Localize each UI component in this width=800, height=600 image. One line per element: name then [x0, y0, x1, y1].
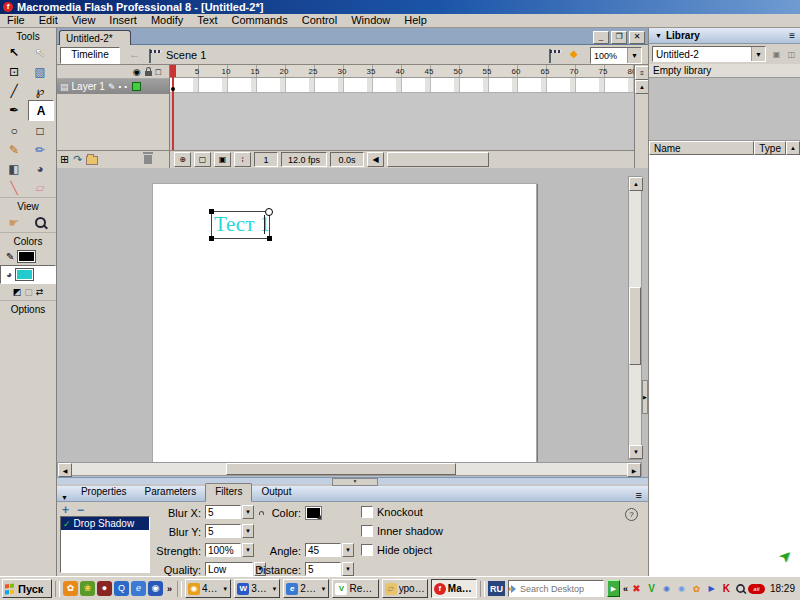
picture-viewer-icon[interactable]: ❀ — [80, 581, 95, 596]
sort-order-icon[interactable]: ▲ — [786, 141, 800, 155]
layer-frames-row[interactable] — [170, 78, 634, 93]
language-indicator[interactable]: RU — [488, 581, 505, 596]
angle-stepper[interactable]: ▼ — [342, 543, 354, 557]
center-frame-button[interactable]: ⊕ — [174, 152, 191, 167]
stroke-color-control[interactable]: ✎ — [0, 248, 56, 265]
pin-library-icon[interactable]: ▣ — [770, 47, 783, 61]
menu-file[interactable]: File — [0, 14, 32, 27]
messenger-tray-icon-2[interactable]: ◉ — [675, 582, 688, 595]
group-dropdown-icon[interactable]: ▼ — [321, 586, 327, 592]
stage-text-selection[interactable]: Тест 1 — [211, 211, 270, 239]
desktop-search-box[interactable] — [508, 580, 604, 597]
media-player-icon[interactable]: ◉ — [148, 581, 163, 596]
menu-view[interactable]: View — [65, 14, 103, 27]
timeline-ruler[interactable]: 5 10 15 20 25 30 35 40 45 50 55 60 65 70… — [170, 65, 634, 78]
stage-scroll-right-button[interactable]: ▶ — [627, 463, 641, 477]
handle-bottom-right[interactable] — [267, 236, 272, 241]
handle-top-right-circle[interactable] — [265, 208, 273, 216]
strength-input[interactable] — [205, 543, 241, 557]
icq-tray-icon[interactable]: ✿ — [690, 582, 703, 595]
ati-tray-icon[interactable]: ati — [748, 584, 765, 594]
tab-parameters[interactable]: Parameters — [136, 484, 206, 501]
frame-view-menu-icon[interactable]: ≡ — [635, 66, 649, 80]
layer-name[interactable]: Layer 1 — [72, 81, 105, 92]
onion-skin-button[interactable]: ▢ — [194, 152, 211, 167]
frame-rate-display[interactable]: 12.0 fps — [281, 152, 327, 167]
zoom-tool[interactable] — [28, 213, 52, 232]
taskbar-button-group-1[interactable]: ◉ 4 Micr... ▼ — [185, 579, 231, 598]
menu-help[interactable]: Help — [397, 14, 434, 27]
search-go-button[interactable]: ▶ — [607, 580, 620, 597]
menu-commands[interactable]: Commands — [224, 14, 294, 27]
tab-untitled-2[interactable]: Untitled-2* — [59, 30, 131, 45]
stage-scroll-left-button[interactable]: ◀ — [58, 463, 72, 477]
blur-x-input[interactable] — [205, 505, 241, 519]
stage-text[interactable]: Тест 1 — [212, 212, 269, 236]
start-button[interactable]: Пуск — [2, 579, 52, 598]
menu-edit[interactable]: Edit — [32, 14, 65, 27]
help-icon[interactable]: ? — [625, 508, 638, 521]
subselection-tool[interactable]: ↖ — [28, 43, 52, 62]
stage-horizontal-scrollbar[interactable]: ◀ ▶ — [57, 462, 642, 476]
group-dropdown-icon[interactable]: ▼ — [222, 586, 228, 592]
stage-area[interactable]: Тест 1 ▲ ▼ ◀ ▶ ▼ ▶ — [57, 168, 648, 484]
group-dropdown-icon[interactable]: ▼ — [271, 586, 277, 592]
icq-icon[interactable]: ✿ — [63, 581, 78, 596]
filter-enabled-check-icon[interactable]: ✓ — [63, 519, 71, 529]
disconnect-tray-icon[interactable]: ✖ — [630, 582, 643, 595]
insert-layer-button[interactable]: ⊞ — [60, 153, 69, 166]
timeline-frames-area[interactable]: 5 10 15 20 25 30 35 40 45 50 55 60 65 70… — [170, 65, 634, 168]
lasso-tool[interactable]: ℘ — [28, 81, 52, 100]
search-tray-icon[interactable] — [736, 584, 745, 593]
menu-text[interactable]: Text — [190, 14, 224, 27]
show-hide-icon[interactable]: ◉ — [133, 67, 141, 77]
panel-menu-icon[interactable]: ≡ — [636, 489, 648, 501]
outline-icon[interactable]: □ — [156, 67, 161, 77]
layer-visible-dot[interactable]: • — [118, 82, 121, 91]
filters-list[interactable]: ✓ Drop Shadow — [60, 516, 150, 573]
strength-stepper[interactable]: ▼ — [242, 543, 254, 557]
knockout-checkbox[interactable]: Knockout — [361, 506, 423, 518]
edit-scene-icon[interactable] — [549, 49, 551, 63]
selection-tool[interactable]: ↖ — [2, 43, 26, 62]
timeline-toggle-button[interactable]: Timeline — [60, 47, 120, 64]
filter-item-drop-shadow[interactable]: ✓ Drop Shadow — [61, 517, 149, 530]
internet-explorer-icon[interactable]: e — [131, 581, 146, 596]
pen-tool[interactable]: ✒ — [2, 100, 26, 119]
menu-window[interactable]: Window — [344, 14, 397, 27]
inner-shadow-checkbox-box[interactable] — [361, 525, 373, 537]
swap-colors-button[interactable]: ⇄ — [36, 287, 44, 297]
brush-tool[interactable]: ✏ — [28, 140, 52, 159]
eraser-tool[interactable]: ▱ — [28, 178, 52, 197]
edit-multiple-frames-button[interactable]: ⁞ — [234, 152, 251, 167]
timeline-scroll-left-button[interactable]: ◀ — [367, 152, 384, 167]
library-document-select[interactable]: Untitled-2 ▼ — [652, 46, 766, 62]
close-button[interactable]: ✕ — [629, 31, 645, 44]
paint-bucket-tool[interactable]: ◕ — [28, 159, 52, 178]
taskbar-button-folder[interactable]: ▱ урок по... — [382, 579, 428, 598]
zoom-dropdown-arrow-icon[interactable]: ▼ — [627, 48, 641, 63]
stage-scroll-up-button[interactable]: ▲ — [629, 177, 643, 191]
timeline-scroll-up-button[interactable]: ▲ — [635, 80, 649, 94]
library-menu-icon[interactable]: ≡ — [789, 30, 800, 41]
menu-modify[interactable]: Modify — [144, 14, 190, 27]
library-item-list[interactable]: ➤ — [649, 155, 800, 577]
distance-stepper[interactable]: ▼ — [342, 562, 354, 576]
minimize-button[interactable]: _ — [593, 31, 609, 44]
column-name[interactable]: Name — [649, 141, 754, 155]
collapse-properties-button[interactable]: ▼ — [332, 478, 378, 486]
ink-bottle-tool[interactable]: ◧ — [2, 159, 26, 178]
messenger-tray-icon[interactable]: ◉ — [660, 582, 673, 595]
oval-tool[interactable]: ○ — [2, 121, 26, 140]
taskbar-button-group-3[interactable]: e 2 Inte... ▼ — [283, 579, 329, 598]
blur-y-input[interactable] — [205, 524, 241, 538]
layer-lock-dot[interactable]: • — [124, 82, 127, 91]
stroke-color-swatch[interactable] — [17, 250, 36, 263]
shadow-color-swatch[interactable] — [305, 506, 322, 520]
library-header[interactable]: ▼ Library ≡ — [649, 28, 800, 44]
timeline-vertical-scrollbar[interactable]: ≡ ▲ — [634, 65, 648, 168]
add-motion-guide-button[interactable]: ↷ — [73, 153, 82, 166]
quick-launch-overflow-icon[interactable]: » — [165, 584, 174, 594]
reget-tray-icon[interactable]: V — [645, 582, 658, 595]
layer-row[interactable]: ▤ Layer 1 ✎ • • — [57, 79, 169, 94]
